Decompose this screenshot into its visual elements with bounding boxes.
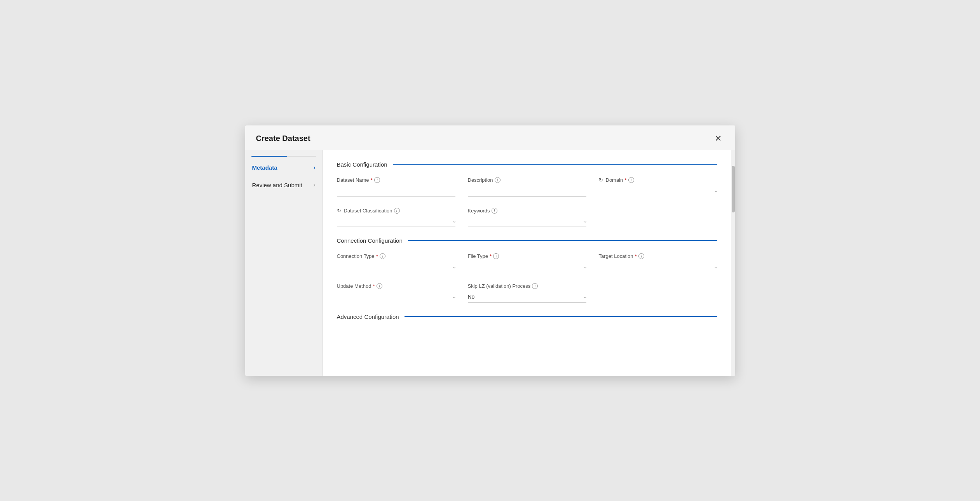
update-method-required: *	[373, 283, 375, 289]
basic-config-header: Basic Configuration	[337, 161, 717, 168]
dataset-classification-chevron: ⌵	[453, 218, 455, 224]
classification-refresh-icon: ↻	[337, 208, 341, 214]
basic-row2-spacer	[599, 208, 717, 226]
sidebar: Metadata › Review and Submit ›	[245, 150, 323, 376]
basic-config-line	[393, 164, 717, 165]
advanced-config-title: Advanced Configuration	[337, 313, 399, 320]
skip-lz-label: Skip LZ (validation) Process i	[468, 283, 586, 289]
connection-type-label: Connection Type * i	[337, 253, 455, 259]
description-field: Description i	[468, 177, 586, 197]
create-dataset-modal: Create Dataset ✕ Metadata › Review and S…	[245, 125, 735, 376]
connection-type-field: Connection Type * i ⌵	[337, 253, 455, 272]
basic-config-title: Basic Configuration	[337, 161, 387, 168]
domain-refresh-icon: ↻	[599, 177, 603, 183]
chevron-right-icon-metadata: ›	[314, 164, 316, 170]
modal-body: Metadata › Review and Submit › Basic Con…	[245, 150, 735, 376]
skip-lz-select[interactable]: No ⌵	[468, 291, 586, 303]
connection-config-header: Connection Configuration	[337, 237, 717, 244]
dataset-name-required: *	[371, 177, 373, 183]
update-method-select[interactable]: ⌵	[337, 292, 455, 302]
domain-label: ↻ Domain * i	[599, 177, 717, 183]
update-method-info-icon[interactable]: i	[377, 283, 382, 289]
connection-config-row-2: Update Method * i ⌵ Skip LZ (validation)…	[337, 283, 717, 303]
advanced-config-header: Advanced Configuration	[337, 313, 717, 320]
keywords-select[interactable]: ⌵	[468, 216, 586, 226]
connection-type-select[interactable]: ⌵	[337, 262, 455, 272]
dataset-classification-select[interactable]: ⌵	[337, 216, 455, 226]
dataset-name-label: Dataset Name * i	[337, 177, 455, 183]
progress-bar-background	[251, 156, 316, 157]
domain-chevron-down: ⌵	[715, 188, 717, 193]
close-button[interactable]: ✕	[712, 132, 724, 145]
keywords-chevron: ⌵	[584, 218, 586, 224]
close-icon: ✕	[715, 134, 722, 144]
connection-type-chevron: ⌵	[453, 264, 455, 270]
update-method-chevron: ⌵	[453, 294, 455, 299]
domain-field: ↻ Domain * i ⌵	[599, 177, 717, 197]
file-type-required: *	[490, 253, 492, 259]
progress-bar-container	[245, 153, 323, 157]
skip-lz-value: No	[468, 294, 475, 300]
dataset-name-input[interactable]	[337, 186, 455, 197]
file-type-label: File Type * i	[468, 253, 586, 259]
target-location-required: *	[635, 253, 636, 259]
advanced-config-line	[405, 316, 717, 317]
target-location-label: Target Location * i	[599, 253, 717, 259]
target-location-select[interactable]: ⌵	[599, 262, 717, 272]
sidebar-item-review-label: Review and Submit	[252, 182, 302, 188]
connection-type-required: *	[376, 253, 378, 259]
file-type-chevron: ⌵	[584, 264, 586, 270]
description-label: Description i	[468, 177, 586, 183]
description-input[interactable]	[468, 185, 586, 197]
dataset-name-field: Dataset Name * i	[337, 177, 455, 197]
keywords-label: Keywords i	[468, 208, 586, 214]
modal-header: Create Dataset ✕	[245, 125, 735, 150]
main-content: Basic Configuration Dataset Name * i	[323, 150, 731, 376]
description-info-icon[interactable]: i	[495, 177, 500, 183]
target-location-chevron: ⌵	[715, 264, 717, 270]
skip-lz-field: Skip LZ (validation) Process i No ⌵	[468, 283, 586, 303]
update-method-label: Update Method * i	[337, 283, 455, 289]
dataset-classification-label: ↻ Dataset Classification i	[337, 208, 455, 214]
dataset-classification-info-icon[interactable]: i	[394, 208, 400, 214]
update-method-field: Update Method * i ⌵	[337, 283, 455, 303]
keywords-field: Keywords i ⌵	[468, 208, 586, 226]
sidebar-item-metadata-label: Metadata	[252, 164, 277, 171]
connection-config-line	[408, 240, 717, 241]
connection-config-title: Connection Configuration	[337, 237, 403, 244]
chevron-right-icon-review: ›	[314, 182, 316, 188]
file-type-field: File Type * i ⌵	[468, 253, 586, 272]
domain-info-icon[interactable]: i	[628, 177, 634, 183]
scrollbar-thumb[interactable]	[732, 166, 735, 212]
connection-config-row-1: Connection Type * i ⌵ File Type * i	[337, 253, 717, 272]
scrollbar-track	[731, 150, 735, 376]
dataset-classification-field: ↻ Dataset Classification i ⌵	[337, 208, 455, 226]
skip-lz-info-icon[interactable]: i	[532, 283, 538, 289]
domain-required: *	[624, 177, 626, 183]
file-type-info-icon[interactable]: i	[493, 253, 499, 259]
sidebar-item-review[interactable]: Review and Submit ›	[245, 176, 323, 194]
progress-bar-fill	[251, 156, 287, 157]
target-location-field: Target Location * i ⌵	[599, 253, 717, 272]
connection-type-info-icon[interactable]: i	[380, 253, 385, 259]
skip-lz-chevron: ⌵	[584, 294, 586, 299]
connection-row2-spacer	[599, 283, 717, 303]
target-location-info-icon[interactable]: i	[638, 253, 644, 259]
sidebar-item-metadata[interactable]: Metadata ›	[245, 159, 323, 176]
dataset-name-info-icon[interactable]: i	[374, 177, 380, 183]
file-type-select[interactable]: ⌵	[468, 262, 586, 272]
basic-config-row-2: ↻ Dataset Classification i ⌵ Keywords i	[337, 208, 717, 226]
keywords-info-icon[interactable]: i	[492, 208, 497, 214]
domain-select[interactable]: ⌵	[599, 186, 717, 196]
modal-title: Create Dataset	[256, 134, 310, 143]
basic-config-row-1: Dataset Name * i Description i	[337, 177, 717, 197]
